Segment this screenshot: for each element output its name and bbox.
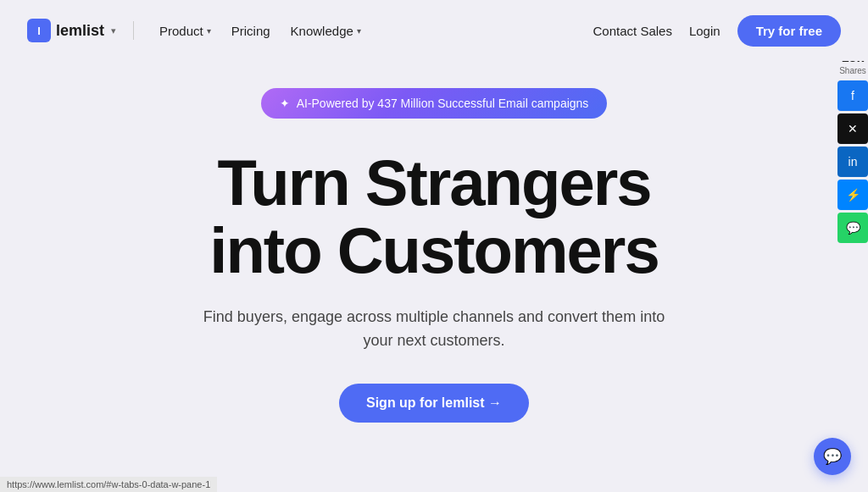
logo-icon: l [27, 19, 51, 42]
nav-divider [133, 21, 134, 40]
linkedin-icon: in [849, 155, 858, 169]
login-link[interactable]: Login [689, 24, 721, 38]
pricing-nav-link[interactable]: Pricing [223, 19, 279, 43]
signup-button[interactable]: Sign up for lemlist → [339, 384, 529, 423]
hero-subtext: Find buyers, engage across multiple chan… [197, 305, 671, 354]
status-bar: https://www.lemlist.com/#w-tabs-0-data-w… [0, 477, 217, 492]
linkedin-share-button[interactable]: in [837, 146, 868, 177]
star-icon: ✦ [280, 97, 290, 110]
knowledge-chevron-icon: ▾ [357, 26, 361, 36]
chat-bubble-button[interactable]: 💬 [814, 438, 851, 475]
logo[interactable]: l lemlist ▾ [27, 19, 116, 42]
try-free-button[interactable]: Try for free [737, 15, 841, 47]
chat-icon: 💬 [823, 447, 842, 466]
hero-heading-line1: Turn Strangers [217, 146, 650, 218]
whatsapp-icon: 💬 [846, 221, 860, 235]
facebook-icon: f [851, 89, 854, 102]
twitter-share-button[interactable]: ✕ [837, 113, 868, 144]
status-url: https://www.lemlist.com/#w-tabs-0-data-w… [7, 479, 210, 489]
hero-heading: Turn Strangers into Customers [209, 149, 658, 285]
whatsapp-share-button[interactable]: 💬 [837, 213, 868, 243]
nav-right: Contact Sales Login Try for free [593, 15, 841, 47]
messenger-share-button[interactable]: ⚡ [837, 180, 868, 210]
navbar: l lemlist ▾ Product ▾ Pricing Knowledge … [0, 0, 868, 61]
social-sidebar: 13k Shares f ✕ in ⚡ 💬 [837, 51, 868, 246]
ai-badge[interactable]: ✦ AI-Powered by 437 Million Successful E… [261, 88, 608, 119]
ai-badge-text: AI-Powered by 437 Million Successful Ema… [297, 97, 589, 110]
knowledge-nav-link[interactable]: Knowledge ▾ [282, 19, 370, 43]
logo-chevron-icon: ▾ [111, 25, 116, 36]
share-label: Shares [839, 66, 866, 75]
product-chevron-icon: ▾ [207, 26, 211, 36]
contact-sales-link[interactable]: Contact Sales [593, 24, 672, 38]
hero-section: ✦ AI-Powered by 437 Million Successful E… [0, 61, 868, 423]
messenger-icon: ⚡ [846, 188, 860, 202]
nav-left: l lemlist ▾ Product ▾ Pricing Knowledge … [27, 19, 370, 43]
hero-heading-line2: into Customers [209, 214, 658, 286]
nav-links: Product ▾ Pricing Knowledge ▾ [151, 19, 370, 43]
facebook-share-button[interactable]: f [837, 80, 868, 111]
twitter-icon: ✕ [848, 122, 858, 135]
logo-text: lemlist [56, 22, 104, 40]
product-nav-link[interactable]: Product ▾ [151, 19, 220, 43]
